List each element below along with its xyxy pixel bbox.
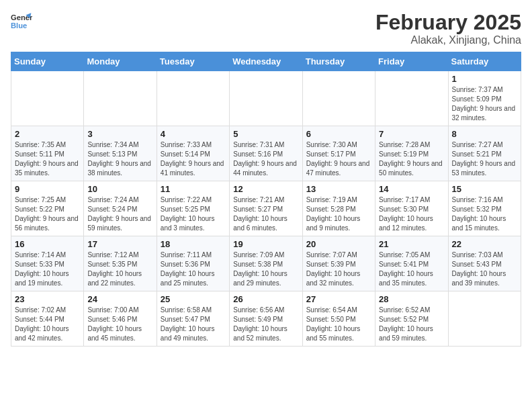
calendar-day-cell: 11Sunrise: 7:22 AM Sunset: 5:25 PM Dayli… (157, 181, 229, 236)
day-info: Sunrise: 6:58 AM Sunset: 5:47 PM Dayligh… (161, 306, 226, 343)
day-number: 10 (87, 184, 152, 194)
day-number: 23 (15, 294, 80, 304)
calendar-day-cell (302, 71, 375, 126)
day-info: Sunrise: 6:52 AM Sunset: 5:52 PM Dayligh… (379, 306, 444, 343)
calendar-day-cell: 7Sunrise: 7:28 AM Sunset: 5:19 PM Daylig… (375, 126, 448, 181)
calendar-day-cell: 14Sunrise: 7:17 AM Sunset: 5:30 PM Dayli… (375, 181, 448, 236)
calendar-day-cell: 26Sunrise: 6:56 AM Sunset: 5:49 PM Dayli… (230, 291, 302, 347)
day-number: 19 (233, 239, 298, 249)
day-of-week-header: Sunday (11, 52, 84, 71)
day-number: 15 (452, 184, 517, 194)
month-year-title: February 2025 (375, 11, 521, 34)
calendar-day-cell: 6Sunrise: 7:30 AM Sunset: 5:17 PM Daylig… (302, 126, 375, 181)
day-info: Sunrise: 7:27 AM Sunset: 5:21 PM Dayligh… (452, 140, 517, 178)
day-info: Sunrise: 7:12 AM Sunset: 5:35 PM Dayligh… (87, 250, 152, 288)
day-number: 24 (87, 294, 152, 304)
calendar-day-cell: 23Sunrise: 7:02 AM Sunset: 5:44 PM Dayli… (11, 291, 84, 347)
calendar-day-cell: 22Sunrise: 7:03 AM Sunset: 5:43 PM Dayli… (448, 236, 521, 291)
calendar-day-cell: 1Sunrise: 7:37 AM Sunset: 5:09 PM Daylig… (448, 71, 521, 126)
day-of-week-header: Thursday (302, 52, 375, 71)
calendar-day-cell: 16Sunrise: 7:14 AM Sunset: 5:33 PM Dayli… (11, 236, 84, 291)
calendar-day-cell (11, 71, 84, 126)
day-of-week-header: Saturday (448, 52, 521, 71)
day-of-week-header: Monday (84, 52, 157, 71)
day-number: 25 (161, 294, 226, 304)
calendar-week-row: 2Sunrise: 7:35 AM Sunset: 5:11 PM Daylig… (11, 126, 521, 181)
day-number: 20 (306, 239, 371, 249)
day-of-week-header: Friday (375, 52, 448, 71)
calendar-day-cell: 18Sunrise: 7:11 AM Sunset: 5:36 PM Dayli… (157, 236, 229, 291)
day-number: 11 (161, 184, 226, 194)
calendar-day-cell: 20Sunrise: 7:07 AM Sunset: 5:39 PM Dayli… (302, 236, 375, 291)
calendar-day-cell: 3Sunrise: 7:34 AM Sunset: 5:13 PM Daylig… (84, 126, 157, 181)
day-number: 17 (87, 239, 152, 249)
day-info: Sunrise: 7:05 AM Sunset: 5:41 PM Dayligh… (379, 250, 444, 288)
day-info: Sunrise: 7:07 AM Sunset: 5:39 PM Dayligh… (306, 250, 371, 288)
day-info: Sunrise: 6:56 AM Sunset: 5:49 PM Dayligh… (233, 306, 298, 343)
day-info: Sunrise: 7:02 AM Sunset: 5:44 PM Dayligh… (15, 306, 80, 343)
day-info: Sunrise: 7:00 AM Sunset: 5:46 PM Dayligh… (87, 306, 152, 343)
day-number: 16 (15, 239, 80, 249)
calendar-day-cell (84, 71, 157, 126)
day-number: 22 (452, 239, 517, 249)
day-number: 14 (379, 184, 444, 194)
day-number: 8 (452, 129, 517, 139)
calendar-day-cell (157, 71, 229, 126)
day-number: 27 (306, 294, 371, 304)
day-of-week-header: Wednesday (230, 52, 302, 71)
day-number: 12 (233, 184, 298, 194)
logo: General Blue (11, 11, 32, 32)
calendar-day-cell (448, 291, 521, 347)
day-info: Sunrise: 7:31 AM Sunset: 5:16 PM Dayligh… (233, 140, 298, 178)
day-info: Sunrise: 7:17 AM Sunset: 5:30 PM Dayligh… (379, 195, 444, 233)
day-number: 13 (306, 184, 371, 194)
calendar-day-cell: 15Sunrise: 7:16 AM Sunset: 5:32 PM Dayli… (448, 181, 521, 236)
day-number: 6 (306, 129, 371, 139)
day-info: Sunrise: 7:21 AM Sunset: 5:27 PM Dayligh… (233, 195, 298, 233)
calendar-day-cell (375, 71, 448, 126)
day-number: 28 (379, 294, 444, 304)
calendar-day-cell: 17Sunrise: 7:12 AM Sunset: 5:35 PM Dayli… (84, 236, 157, 291)
location-subtitle: Alakak, Xinjiang, China (375, 34, 521, 46)
day-info: Sunrise: 7:35 AM Sunset: 5:11 PM Dayligh… (15, 140, 80, 178)
calendar-week-row: 9Sunrise: 7:25 AM Sunset: 5:22 PM Daylig… (11, 181, 521, 236)
page-header: General Blue February 2025 Alakak, Xinji… (11, 11, 521, 46)
title-block: February 2025 Alakak, Xinjiang, China (375, 11, 521, 46)
day-number: 7 (379, 129, 444, 139)
day-info: Sunrise: 7:24 AM Sunset: 5:24 PM Dayligh… (87, 195, 152, 233)
calendar-day-cell: 21Sunrise: 7:05 AM Sunset: 5:41 PM Dayli… (375, 236, 448, 291)
calendar-week-row: 1Sunrise: 7:37 AM Sunset: 5:09 PM Daylig… (11, 71, 521, 126)
calendar-day-cell: 10Sunrise: 7:24 AM Sunset: 5:24 PM Dayli… (84, 181, 157, 236)
day-number: 1 (452, 74, 517, 84)
day-number: 18 (161, 239, 226, 249)
day-number: 3 (87, 129, 152, 139)
day-info: Sunrise: 7:19 AM Sunset: 5:28 PM Dayligh… (306, 195, 371, 233)
calendar-day-cell: 19Sunrise: 7:09 AM Sunset: 5:38 PM Dayli… (230, 236, 302, 291)
day-number: 4 (161, 129, 226, 139)
svg-text:Blue: Blue (11, 21, 27, 30)
day-number: 9 (15, 184, 80, 194)
calendar-week-row: 23Sunrise: 7:02 AM Sunset: 5:44 PM Dayli… (11, 291, 521, 347)
calendar-week-row: 16Sunrise: 7:14 AM Sunset: 5:33 PM Dayli… (11, 236, 521, 291)
calendar-day-cell: 9Sunrise: 7:25 AM Sunset: 5:22 PM Daylig… (11, 181, 84, 236)
calendar-day-cell: 28Sunrise: 6:52 AM Sunset: 5:52 PM Dayli… (375, 291, 448, 347)
day-number: 2 (15, 129, 80, 139)
day-info: Sunrise: 7:34 AM Sunset: 5:13 PM Dayligh… (87, 140, 152, 178)
day-info: Sunrise: 7:25 AM Sunset: 5:22 PM Dayligh… (15, 195, 80, 233)
calendar-header-row: SundayMondayTuesdayWednesdayThursdayFrid… (11, 52, 521, 71)
day-info: Sunrise: 7:33 AM Sunset: 5:14 PM Dayligh… (161, 140, 226, 178)
calendar-day-cell: 24Sunrise: 7:00 AM Sunset: 5:46 PM Dayli… (84, 291, 157, 347)
calendar-day-cell: 13Sunrise: 7:19 AM Sunset: 5:28 PM Dayli… (302, 181, 375, 236)
calendar-day-cell: 5Sunrise: 7:31 AM Sunset: 5:16 PM Daylig… (230, 126, 302, 181)
day-info: Sunrise: 7:30 AM Sunset: 5:17 PM Dayligh… (306, 140, 371, 178)
day-info: Sunrise: 6:54 AM Sunset: 5:50 PM Dayligh… (306, 306, 371, 343)
day-number: 21 (379, 239, 444, 249)
day-number: 26 (233, 294, 298, 304)
calendar-day-cell: 8Sunrise: 7:27 AM Sunset: 5:21 PM Daylig… (448, 126, 521, 181)
day-info: Sunrise: 7:11 AM Sunset: 5:36 PM Dayligh… (161, 250, 226, 288)
day-number: 5 (233, 129, 298, 139)
calendar-day-cell: 27Sunrise: 6:54 AM Sunset: 5:50 PM Dayli… (302, 291, 375, 347)
calendar-day-cell: 2Sunrise: 7:35 AM Sunset: 5:11 PM Daylig… (11, 126, 84, 181)
calendar-day-cell: 25Sunrise: 6:58 AM Sunset: 5:47 PM Dayli… (157, 291, 229, 347)
day-info: Sunrise: 7:16 AM Sunset: 5:32 PM Dayligh… (452, 195, 517, 233)
